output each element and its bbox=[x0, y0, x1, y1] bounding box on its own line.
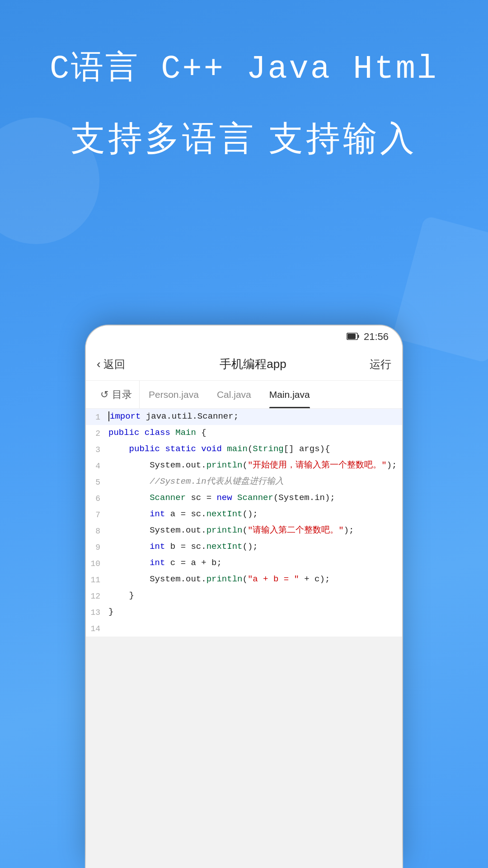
battery-indicator bbox=[347, 332, 359, 342]
line-number-1: 1 bbox=[86, 409, 107, 425]
phone-frame: 21:56 ‹ 返回 手机编程app 运行 ↺ 目录 Person.java C… bbox=[86, 326, 402, 868]
hero-languages: C语言 C++ Java Html bbox=[0, 45, 488, 89]
back-label: 返回 bbox=[103, 357, 125, 372]
line-content-12: } bbox=[107, 588, 402, 603]
tab-bar: ↺ 目录 Person.java Cal.java Main.java bbox=[86, 381, 402, 409]
line-content-14 bbox=[107, 620, 402, 636]
back-button[interactable]: ‹ 返回 bbox=[97, 357, 151, 372]
hero-subtitle: 支持多语言 支持输入 bbox=[0, 116, 488, 162]
code-line-11: 11 System.out.println("a + b = " + c); bbox=[86, 571, 402, 588]
line-content-5: //System.in代表从键盘进行输入 bbox=[107, 474, 402, 489]
code-line-1: 1 import java.util.Scanner; bbox=[86, 409, 402, 425]
tab-cal-java[interactable]: Cal.java bbox=[208, 381, 260, 408]
line-number-8: 8 bbox=[86, 523, 107, 539]
status-bar: 21:56 bbox=[86, 326, 402, 348]
line-number-14: 14 bbox=[86, 620, 107, 637]
line-content-8: System.out.println("请输入第二个整数吧。"); bbox=[107, 523, 402, 538]
line-content-7: int a = sc.nextInt(); bbox=[107, 506, 402, 522]
directory-label: 目录 bbox=[112, 388, 132, 401]
line-number-9: 9 bbox=[86, 539, 107, 555]
code-line-3: 3 public static void main(String[] args)… bbox=[86, 441, 402, 458]
phone-container: 21:56 ‹ 返回 手机编程app 运行 ↺ 目录 Person.java C… bbox=[86, 326, 402, 868]
line-content-13: } bbox=[107, 604, 402, 619]
svg-rect-2 bbox=[347, 334, 356, 339]
bg-decoration-right bbox=[392, 215, 488, 363]
line-content-2: public class Main { bbox=[107, 425, 402, 440]
line-number-6: 6 bbox=[86, 490, 107, 506]
tab-directory[interactable]: ↺ 目录 bbox=[93, 381, 140, 408]
hero-section: C语言 C++ Java Html 支持多语言 支持输入 bbox=[0, 45, 488, 162]
run-button[interactable]: 运行 bbox=[355, 357, 391, 372]
line-number-11: 11 bbox=[86, 571, 107, 588]
line-content-9: int b = sc.nextInt(); bbox=[107, 539, 402, 554]
code-line-2: 2 public class Main { bbox=[86, 425, 402, 441]
code-content: 1 import java.util.Scanner; 2 public cla… bbox=[86, 409, 402, 637]
code-line-9: 9 int b = sc.nextInt(); bbox=[86, 539, 402, 555]
line-number-3: 3 bbox=[86, 441, 107, 458]
status-time: 21:56 bbox=[364, 331, 389, 343]
directory-icon: ↺ bbox=[100, 389, 108, 401]
code-editor[interactable]: 1 import java.util.Scanner; 2 public cla… bbox=[86, 409, 402, 868]
line-content-1: import java.util.Scanner; bbox=[107, 409, 402, 424]
line-number-13: 13 bbox=[86, 604, 107, 620]
back-arrow-icon: ‹ bbox=[97, 357, 101, 371]
line-number-12: 12 bbox=[86, 588, 107, 604]
line-content-11: System.out.println("a + b = " + c); bbox=[107, 571, 402, 587]
app-title: 手机编程app bbox=[151, 356, 355, 372]
code-line-14: 14 bbox=[86, 620, 402, 637]
line-number-5: 5 bbox=[86, 474, 107, 490]
line-content-10: int c = a + b; bbox=[107, 555, 402, 571]
code-line-5: 5 //System.in代表从键盘进行输入 bbox=[86, 474, 402, 490]
code-line-13: 13 } bbox=[86, 604, 402, 620]
line-content-3: public static void main(String[] args){ bbox=[107, 441, 402, 457]
line-content-6: Scanner sc = new Scanner(System.in); bbox=[107, 490, 402, 505]
line-number-2: 2 bbox=[86, 425, 107, 441]
code-line-7: 7 int a = sc.nextInt(); bbox=[86, 506, 402, 523]
code-line-4: 4 System.out.println("开始使用，请输入第一个整数吧。"); bbox=[86, 458, 402, 474]
app-header: ‹ 返回 手机编程app 运行 bbox=[86, 348, 402, 381]
code-line-8: 8 System.out.println("请输入第二个整数吧。"); bbox=[86, 523, 402, 539]
code-line-10: 10 int c = a + b; bbox=[86, 555, 402, 571]
code-line-6: 6 Scanner sc = new Scanner(System.in); bbox=[86, 490, 402, 506]
cursor bbox=[108, 411, 109, 421]
line-content-4: System.out.println("开始使用，请输入第一个整数吧。"); bbox=[107, 458, 402, 473]
tab-person-java[interactable]: Person.java bbox=[140, 381, 208, 408]
code-line-12: 12 } bbox=[86, 588, 402, 604]
line-number-4: 4 bbox=[86, 458, 107, 474]
line-number-10: 10 bbox=[86, 555, 107, 571]
svg-rect-1 bbox=[357, 335, 359, 338]
line-number-7: 7 bbox=[86, 506, 107, 523]
tab-main-java[interactable]: Main.java bbox=[260, 381, 319, 408]
